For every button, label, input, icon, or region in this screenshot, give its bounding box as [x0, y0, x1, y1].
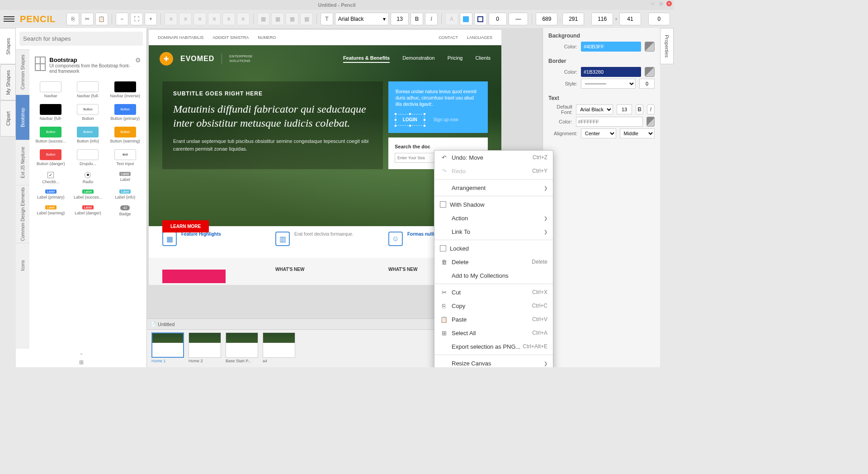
tab-shapes[interactable]: Shapes — [0, 28, 16, 64]
minimize-button[interactable]: − — [650, 1, 656, 6]
shape-item[interactable]: ButtonButton (succes... — [33, 125, 68, 146]
text-color-button[interactable]: A — [445, 13, 458, 25]
menu-button[interactable] — [4, 14, 14, 24]
shape-item[interactable]: Navbar (inverse) — [108, 80, 143, 100]
text-bold-button[interactable]: B — [636, 104, 643, 114]
page-thumbnail[interactable]: a4 — [263, 332, 295, 365]
zoom-in-button[interactable]: + — [145, 13, 157, 25]
align-top-button[interactable]: ≡ — [208, 13, 221, 25]
shape-item[interactable]: Navbar (full- — [33, 102, 68, 123]
zoom-out-button[interactable]: − — [116, 13, 128, 25]
context-menu-item[interactable]: With Shadow — [434, 198, 553, 211]
copy-button[interactable]: ⎘ — [66, 13, 79, 25]
context-menu-item[interactable]: Export selection as PNG...Ctrl+Alt+E — [434, 340, 553, 353]
text-tool-button[interactable]: T — [321, 13, 333, 25]
w-input[interactable] — [591, 13, 613, 25]
category-tab[interactable]: Common Shapes — [16, 49, 29, 95]
dist-v-button[interactable]: ▦ — [271, 13, 284, 25]
shape-item[interactable]: Dropdo... — [70, 147, 105, 168]
category-tab[interactable]: Common Design Elements — [16, 185, 29, 243]
shape-item[interactable]: Navbar (full- — [70, 80, 105, 100]
close-button[interactable]: × — [666, 1, 672, 6]
fill-color-button[interactable] — [460, 13, 472, 25]
bg-color-picker-icon[interactable] — [645, 42, 655, 52]
font-size-input[interactable] — [391, 13, 409, 25]
text-color-input[interactable] — [576, 117, 643, 127]
shape-item[interactable]: Radio — [70, 170, 105, 186]
category-tab[interactable]: Bootstrap — [16, 95, 29, 140]
angle-input[interactable] — [648, 13, 670, 25]
same-w-button[interactable]: ▦ — [286, 13, 298, 25]
stroke-style-select[interactable]: — — [509, 13, 528, 25]
shape-item[interactable]: ButtonButton (danger) — [33, 147, 68, 168]
halign-select[interactable]: Center — [581, 128, 616, 138]
border-width-input[interactable] — [639, 79, 655, 89]
context-menu-item[interactable]: Add to My Collections — [434, 269, 553, 282]
same-h-button[interactable]: ▦ — [300, 13, 313, 25]
context-menu-item[interactable]: 🗑DeleteDelete — [434, 255, 553, 269]
shape-item[interactable]: Navbar — [33, 80, 68, 100]
shape-item[interactable]: LabelLabel (succes... — [70, 188, 105, 202]
border-color-value[interactable]: #1B3280 — [581, 67, 641, 77]
page-thumbnail[interactable]: Home 1 — [151, 332, 184, 365]
tab-myshapes[interactable]: My Shapes — [0, 64, 16, 100]
category-tab[interactable]: Icons — [16, 243, 29, 288]
shape-item[interactable]: LabelLabel — [108, 170, 143, 186]
context-menu-item[interactable]: 📋PasteCtrl+V — [434, 313, 553, 326]
align-left-button[interactable]: ≡ — [165, 13, 177, 25]
stroke-width-input[interactable] — [489, 13, 507, 25]
align-right-button[interactable]: ≡ — [193, 13, 206, 25]
context-menu-item[interactable]: Resize Canvas — [434, 356, 553, 367]
bg-color-value[interactable]: #40B3FF — [581, 42, 641, 52]
shape-item[interactable]: ButtonButton — [70, 102, 105, 123]
bold-button[interactable]: B — [410, 13, 423, 25]
shape-item[interactable]: LabelLabel (primary) — [33, 188, 68, 202]
align-middle-button[interactable]: ≡ — [222, 13, 235, 25]
context-menu-item[interactable]: Locked — [434, 242, 553, 255]
x-input[interactable] — [536, 13, 557, 25]
text-size-input[interactable] — [617, 104, 632, 114]
align-bottom-button[interactable]: ≡ — [237, 13, 250, 25]
paste-button[interactable]: 📋 — [95, 13, 108, 25]
dist-h-button[interactable]: ▦ — [257, 13, 270, 25]
page-thumbnail[interactable]: Base Start P... — [226, 332, 258, 365]
shape-item[interactable]: ButtonButton (warning) — [108, 125, 143, 146]
shape-item[interactable]: LabelLabel (warning) — [33, 204, 68, 218]
text-font-select[interactable]: Arial Black — [576, 104, 613, 114]
context-menu-item[interactable]: Action — [434, 211, 553, 225]
page-thumbnail[interactable]: Home 2 — [189, 332, 221, 365]
context-menu-item[interactable]: ⎘CopyCtrl+C — [434, 299, 553, 313]
shape-item[interactable]: LabelLabel (danger) — [70, 204, 105, 218]
context-menu-item[interactable]: ⊞Select AllCtrl+A — [434, 326, 553, 340]
cut-button[interactable]: ✂ — [81, 13, 94, 25]
document-tab[interactable]: Untitled — [151, 322, 175, 327]
shape-item[interactable]: 42Badge — [108, 204, 143, 218]
shape-item[interactable]: ButtonButton (primary) — [108, 102, 143, 123]
maximize-button[interactable]: ◇ — [658, 1, 664, 6]
tab-properties[interactable]: Properties — [660, 28, 674, 64]
zoom-fit-button[interactable]: ⛶ — [130, 13, 143, 25]
grid-view-button[interactable]: ⊞ — [16, 357, 146, 367]
y-input[interactable] — [562, 13, 584, 25]
shape-item[interactable]: ButtonButton (info) — [70, 125, 105, 146]
collection-settings-icon[interactable]: ⚙ — [135, 57, 141, 64]
shape-item[interactable]: textText Input — [108, 147, 143, 168]
text-italic-button[interactable]: I — [647, 104, 655, 114]
context-menu-item[interactable]: ✂CutCtrl+X — [434, 285, 553, 299]
context-menu-item[interactable]: Link To — [434, 225, 553, 238]
align-center-button[interactable]: ≡ — [179, 13, 192, 25]
border-color-picker-icon[interactable] — [645, 67, 655, 77]
context-menu-item[interactable]: Arrangement — [434, 181, 553, 194]
category-tab[interactable]: Ext JS Neptune — [16, 140, 29, 185]
italic-button[interactable]: I — [425, 13, 438, 25]
selected-login-element[interactable]: LOGIN — [396, 114, 425, 126]
shape-search-input[interactable] — [19, 32, 143, 46]
font-family-select[interactable]: Arial Black▾ — [335, 13, 389, 25]
collapse-shapes-button[interactable]: ⌄ — [16, 349, 146, 357]
border-style-select[interactable]: ────── — [581, 79, 636, 89]
valign-select[interactable]: Middle — [620, 128, 655, 138]
stroke-color-button[interactable] — [474, 13, 487, 25]
text-color-picker-icon[interactable] — [646, 117, 655, 127]
tab-clipart[interactable]: Clipart — [0, 100, 16, 137]
shape-item[interactable]: ✓Checkb... — [33, 170, 68, 186]
